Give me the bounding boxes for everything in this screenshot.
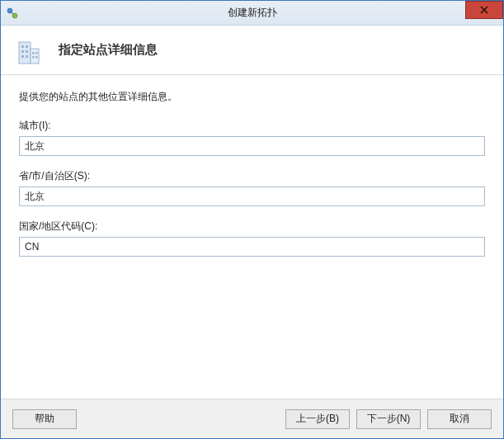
page-title: 指定站点详细信息	[59, 42, 158, 58]
titlebar: 创建新拓扑	[1, 1, 503, 26]
next-button[interactable]: 下一步(N)	[356, 409, 421, 429]
svg-rect-8	[21, 55, 24, 58]
svg-rect-4	[21, 45, 24, 48]
country-label: 国家/地区代码(C):	[19, 220, 485, 234]
country-input[interactable]	[19, 237, 485, 257]
city-input[interactable]	[19, 136, 485, 156]
svg-point-0	[7, 8, 12, 13]
app-icon	[6, 7, 19, 20]
cancel-button[interactable]: 取消	[427, 409, 492, 429]
svg-rect-6	[21, 50, 24, 53]
dialog-window: 创建新拓扑 指定站点详细信息	[0, 0, 504, 439]
instruction-text: 提供您的站点的其他位置详细信息。	[19, 90, 485, 104]
svg-rect-5	[26, 45, 28, 48]
state-label: 省/市/自治区(S):	[19, 169, 485, 183]
building-icon	[14, 35, 44, 65]
svg-point-1	[12, 13, 17, 18]
help-button[interactable]: 帮助	[12, 409, 77, 429]
city-label: 城市(I):	[19, 119, 485, 133]
svg-rect-11	[35, 52, 38, 54]
field-group-country: 国家/地区代码(C):	[19, 220, 485, 257]
state-input[interactable]	[19, 186, 485, 206]
svg-rect-10	[32, 52, 35, 54]
svg-rect-12	[32, 56, 35, 59]
wizard-header: 指定站点详细信息	[1, 26, 503, 75]
svg-rect-2	[19, 42, 31, 64]
svg-rect-9	[26, 55, 28, 58]
field-group-state: 省/市/自治区(S):	[19, 169, 485, 206]
wizard-content: 提供您的站点的其他位置详细信息。 城市(I): 省/市/自治区(S): 国家/地…	[1, 75, 503, 399]
close-icon	[480, 6, 488, 14]
wizard-footer: 帮助 上一步(B) 下一步(N) 取消	[1, 399, 503, 438]
svg-rect-7	[26, 50, 28, 53]
window-title: 创建新拓扑	[1, 6, 503, 20]
field-group-city: 城市(I):	[19, 119, 485, 156]
svg-rect-13	[35, 56, 38, 59]
close-button[interactable]	[465, 1, 503, 19]
back-button[interactable]: 上一步(B)	[285, 409, 350, 429]
footer-right-buttons: 上一步(B) 下一步(N) 取消	[285, 409, 492, 429]
